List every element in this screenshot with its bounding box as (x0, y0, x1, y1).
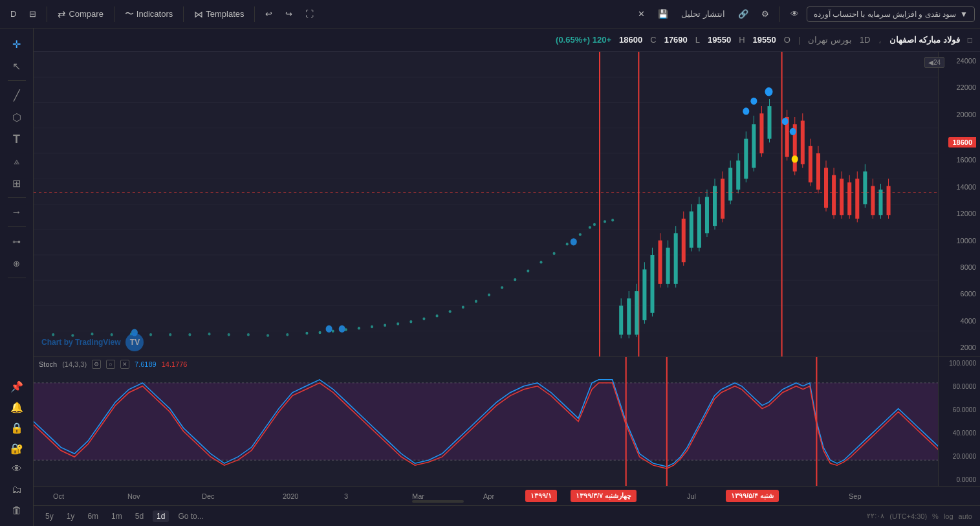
tv-logo: TV (125, 333, 144, 351)
templates-button[interactable]: ⋈ Templates (189, 6, 249, 22)
close-button[interactable]: ✕ (633, 6, 650, 21)
svg-point-49 (571, 238, 577, 245)
time-oct: Oct (53, 492, 64, 500)
multi-tool-button[interactable]: ⊞ (5, 173, 28, 193)
price-level-2000: 2000 (942, 344, 976, 351)
share-icon: 🔗 (738, 9, 748, 19)
trend-line-button[interactable]: ╱ (5, 85, 28, 105)
stoch-d: 14.1776 (162, 360, 188, 368)
alert-button[interactable]: 🔔 (5, 397, 28, 417)
header-sep: | (798, 35, 800, 45)
svg-point-21 (228, 333, 230, 336)
shapes-button[interactable]: ⬡ (5, 107, 28, 127)
period-5y-button[interactable]: 5y (41, 510, 58, 522)
goto-button[interactable]: Go to... (174, 510, 207, 522)
svg-point-109 (792, 155, 798, 162)
redo-button[interactable]: ↪ (280, 6, 298, 21)
publish-button[interactable]: انتشار تحلیل (676, 6, 730, 21)
svg-point-47 (553, 252, 556, 255)
price-level-22000: 22000 (942, 83, 976, 91)
svg-point-46 (539, 261, 542, 263)
close-label: C (650, 35, 656, 45)
watchlist-button[interactable]: 📌 (5, 376, 28, 397)
stoch-hide-btn[interactable]: ○ (106, 360, 115, 369)
svg-point-39 (449, 310, 452, 312)
svg-point-22 (247, 333, 250, 336)
exchange-name: بورس تهران (808, 35, 852, 45)
bottom-toolbar: 5y 1y 6m 1m 5d 1d Go to... ۲۲:۰۸ (UTC+4:… (34, 505, 980, 526)
price-level-16000: 16000 (942, 156, 976, 164)
auto-button[interactable]: auto (959, 512, 972, 520)
compare-button[interactable]: ⇄ Compare (52, 6, 108, 23)
visibility-button[interactable]: 👁 (5, 459, 28, 479)
bar-style-button[interactable]: ⊟ (24, 6, 41, 21)
time-scroll-handle[interactable] (412, 500, 464, 503)
save-button[interactable]: 💾 (653, 6, 673, 21)
sidebar-sep-3 (8, 226, 26, 227)
crosshair-tool-button[interactable]: ✛ (5, 34, 28, 54)
time-nov: Nov (127, 492, 140, 500)
period-1y-button[interactable]: 1y (63, 510, 79, 522)
svg-point-53 (593, 223, 596, 226)
indicators-icon: 〜 (125, 8, 134, 20)
undo-icon: ↩ (265, 9, 272, 19)
zoom-button[interactable]: ⊕ (5, 253, 28, 274)
sidebar-bottom: 📌 🔔 🔒 🔐 👁 🗂 🗑 (5, 376, 28, 521)
svg-point-18 (169, 333, 171, 336)
price-level-12000: 12000 (942, 210, 976, 217)
tv-text: Chart by TradingView (41, 338, 120, 347)
period-1m-button[interactable]: 1m (107, 510, 126, 522)
price-level-10000: 10000 (942, 237, 976, 245)
period-6m-button[interactable]: 6m (83, 510, 102, 522)
toolbar-sep-4 (254, 6, 255, 22)
timeframe-button[interactable]: D (5, 6, 21, 21)
fullscreen-button[interactable]: ⛶ (300, 6, 319, 21)
text-tool-button[interactable]: T (5, 129, 28, 149)
collapse-icon[interactable]: □ (968, 36, 972, 45)
time-highlight-1399-1: ۱۳۹۹/۱ (525, 490, 557, 502)
sidebar-sep-4 (8, 278, 26, 278)
period-5d-button[interactable]: 5d (131, 510, 147, 522)
stoch-settings-btn[interactable]: ⚙ (92, 360, 101, 369)
svg-point-20 (208, 333, 211, 335)
period-1d-button[interactable]: 1d (153, 510, 169, 522)
compare-icon: ⇄ (58, 8, 66, 20)
time-apr: Apr (483, 492, 494, 500)
chart-container[interactable]: 24000 22000 20000 18600 16000 14000 1200… (34, 52, 980, 356)
indicator-dropdown[interactable]: ▼ سود نقدی و افزایش سرمایه با احتساب آور… (807, 6, 975, 22)
time-mar: Mar (412, 492, 424, 500)
cursor-tool-button[interactable]: ↖ (5, 56, 28, 76)
stoch-name: Stoch (39, 360, 57, 368)
indicators-button[interactable]: 〜 Indicators (120, 6, 178, 23)
price-header: □ فولاد مبارکه اصفهان ، 1D بورس تهران | … (34, 28, 980, 52)
lock2-button[interactable]: 🔐 (5, 438, 28, 459)
log-button[interactable]: log (944, 512, 953, 520)
percent-button[interactable]: % (932, 512, 939, 520)
tradingview-watermark: TV Chart by TradingView (41, 333, 144, 351)
eye-icon: 👁 (790, 9, 799, 19)
ruler-button[interactable]: ⊷ (5, 231, 28, 252)
settings-button[interactable]: ⚙ (756, 6, 774, 21)
eye-button[interactable]: 👁 (785, 6, 804, 21)
gear-icon: ⚙ (761, 9, 769, 19)
stoch-80: 80.0000 (942, 383, 976, 390)
svg-point-35 (397, 322, 399, 325)
undo-button[interactable]: ↩ (260, 6, 278, 21)
separator-dot: ، (878, 35, 882, 45)
share-button[interactable]: 🔗 (733, 6, 754, 21)
svg-point-36 (409, 320, 412, 323)
trash-button[interactable]: 🗑 (5, 500, 28, 521)
layers-button[interactable]: 🗂 (5, 479, 28, 500)
stoch-scale: 100.0000 80.0000 60.0000 40.0000 20.0000… (938, 357, 980, 486)
scale-expand-button[interactable]: 24◀ (924, 57, 944, 68)
price-level-6000: 6000 (942, 290, 976, 298)
node-tool-button[interactable]: ⟁ (5, 151, 28, 171)
arrow-tool-button[interactable]: → (5, 202, 28, 223)
main-area: □ فولاد مبارکه اصفهان ، 1D بورس تهران | … (34, 28, 980, 526)
toolbar-sep-2 (114, 6, 114, 22)
price-chart (34, 52, 938, 356)
lock-button[interactable]: 🔒 (5, 417, 28, 438)
stoch-close-btn[interactable]: ✕ (120, 360, 129, 369)
svg-point-34 (384, 324, 386, 327)
svg-point-45 (527, 269, 529, 272)
